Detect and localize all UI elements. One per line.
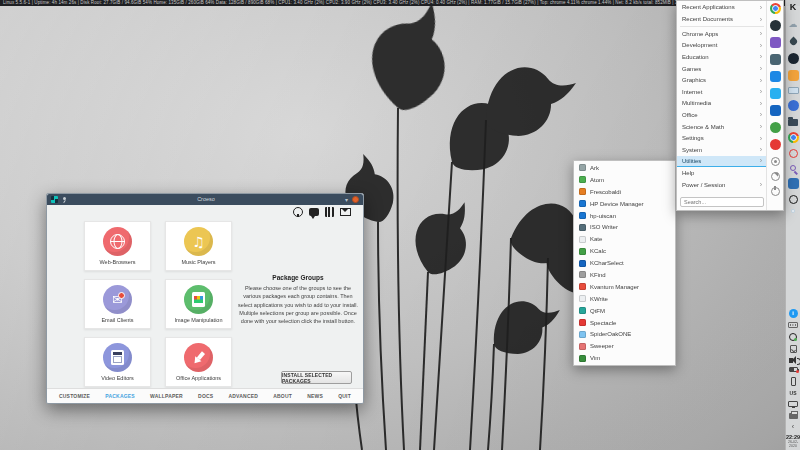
email-icon[interactable] [340,208,351,216]
group-email-clients[interactable]: ✉ Email Clients [84,279,151,329]
group-office-applications[interactable]: Office Applications [165,337,232,387]
menu-item-hp-uiscan[interactable]: hp-uiscan [574,210,675,222]
battery-icon[interactable] [789,367,798,372]
favorite-app-icon[interactable] [770,54,781,65]
suspend-button[interactable] [771,157,780,166]
install-selected-packages-button[interactable]: INSTALL SELECTED PACKAGES [281,371,352,384]
close-button[interactable] [352,196,359,203]
image-file-icon [192,292,205,307]
menu-category-settings[interactable]: Settings [677,132,767,144]
chrome-favorite-icon[interactable] [770,3,781,14]
group-video-editors[interactable]: Video Editors [84,337,151,387]
favorite-app-icon[interactable] [770,20,781,31]
menu-item-kwrite[interactable]: KWrite [574,293,675,305]
reboot-button[interactable] [771,172,780,181]
window-thumbnail[interactable] [788,87,799,94]
volume-icon[interactable] [789,358,793,363]
menu-item-spideroakone[interactable]: SpiderOakONE [574,328,675,340]
favorite-app-icon[interactable] [770,88,781,99]
croeso-task-button[interactable] [792,210,794,212]
keyboard-icon[interactable] [788,322,798,328]
tab-docs[interactable]: DOCS [198,389,213,404]
menu-item-kate[interactable]: Kate [574,233,675,245]
favorite-app-icon[interactable] [770,122,781,133]
menu-item-label: HP Device Manager [590,201,644,207]
favorite-app-icon[interactable] [770,139,781,150]
group-music-players[interactable]: ♫ Music Players [165,221,232,271]
menu-category-office[interactable]: Office [677,109,767,121]
menu-category-science-math[interactable]: Science & Math [677,121,767,133]
menu-category-multimedia[interactable]: Multimedia [677,98,767,110]
menu-item-ark[interactable]: Ark [574,162,675,174]
favorite-app-icon[interactable] [770,37,781,48]
irc-icon[interactable] [325,207,334,217]
group-web-browsers[interactable]: Web-Browsers [84,221,151,271]
printer-icon[interactable] [789,413,798,419]
menu-item-sweeper[interactable]: Sweeper [574,340,675,352]
search-input[interactable] [680,197,764,207]
group-image-manipulation[interactable]: Image Manipulation [165,279,232,329]
menu-item-hp-device-manager[interactable]: HP Device Manager [574,198,675,210]
menu-category-system[interactable]: System [677,144,767,156]
menu-item-kcalc[interactable]: KCalc [574,245,675,257]
menu-item-iso-writer[interactable]: ISO Writer [574,221,675,233]
orange-app-icon[interactable] [788,70,799,81]
menu-item-kcharselect[interactable]: KCharSelect [574,257,675,269]
menu-category-help[interactable]: Help [677,167,767,179]
tray-expander-icon[interactable]: ‹ [792,424,794,430]
tab-quit[interactable]: QUIT [338,389,351,404]
menu-category-utilities[interactable]: Utilities [677,156,767,168]
dark-ring-app-icon[interactable] [789,195,798,204]
menu-item-spectacle[interactable]: Spectacle [574,317,675,329]
opera-icon[interactable] [789,149,798,158]
display-icon[interactable] [788,401,798,407]
tab-about[interactable]: ABOUT [273,389,292,404]
window-titlebar[interactable]: Croeso ▾ [47,194,363,205]
menu-item-label: hp-uiscan [590,213,616,219]
menu-item-frescobaldi[interactable]: Frescobaldi [574,186,675,198]
chrome-icon[interactable] [788,132,799,143]
tab-wallpaper[interactable]: WALLPAPER [150,389,183,404]
dark-app-icon[interactable] [788,53,799,64]
menu-category-chrome-apps[interactable]: Chrome Apps [677,28,767,40]
spideroak-cloud-icon[interactable]: ☁ [789,19,798,30]
menu-category-development[interactable]: Development [677,40,767,52]
chromium-tray-icon[interactable] [789,333,797,341]
favorite-app-icon[interactable] [770,105,781,116]
magnifier-icon[interactable] [790,165,796,171]
tab-advanced[interactable]: ADVANCED [229,389,259,404]
keyboard-layout-indicator[interactable]: US [790,390,797,396]
water-drop-icon[interactable] [788,37,798,47]
menu-category-power-session[interactable]: Power / Session [677,179,767,191]
menu-category-games[interactable]: Games [677,63,767,75]
menu-item-kvantum-manager[interactable]: Kvantum Manager [574,281,675,293]
menu-category-graphics[interactable]: Graphics [677,74,767,86]
notifications-icon[interactable]: i [789,309,798,318]
phone-app-icon[interactable] [788,178,799,189]
menu-item-qtfm[interactable]: QtFM [574,305,675,317]
tab-customize[interactable]: CUSTOMIZE [59,389,90,404]
system-tray: i US ‹ 22:29 26-02-2020 [786,309,800,449]
chevron-down-icon[interactable]: ▾ [345,197,348,203]
device-icon[interactable] [791,377,796,386]
shutdown-button[interactable] [771,187,780,196]
tab-news[interactable]: NEWS [307,389,323,404]
clock-widget[interactable]: 22:29 26-02-2020 [786,434,800,448]
menu-item-atom[interactable]: Atom [574,174,675,186]
menu-item-recent-documents[interactable]: Recent Documents [677,13,767,25]
favorite-app-icon[interactable] [770,71,781,82]
github-icon[interactable] [293,207,303,217]
pin-icon[interactable] [62,197,67,202]
menu-item-vim[interactable]: Vim [574,352,675,364]
tab-packages[interactable]: PACKAGES [105,389,135,404]
kaos-launcher-button[interactable]: K [788,2,799,13]
menu-item-kfind[interactable]: KFind [574,269,675,281]
menu-category-education[interactable]: Education [677,51,767,63]
folder-icon[interactable] [788,119,798,126]
menu-item-label: Frescobaldi [590,189,621,195]
clipboard-icon[interactable] [790,345,797,353]
chat-icon[interactable] [309,208,319,216]
blue-app-icon[interactable] [788,100,799,111]
menu-category-internet[interactable]: Internet [677,86,767,98]
menu-item-recent-applications[interactable]: Recent Applications [677,1,767,13]
